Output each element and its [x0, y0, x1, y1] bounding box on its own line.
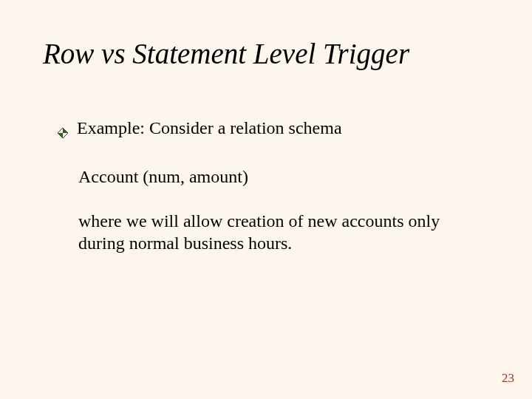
- slide-title: Row vs Statement Level Trigger: [43, 38, 409, 70]
- slide: Row vs Statement Level Trigger Example: …: [0, 0, 532, 399]
- spacer: [58, 143, 471, 166]
- svg-marker-1: [63, 128, 68, 133]
- spacer: [58, 188, 471, 210]
- slide-body: Example: Consider a relation schema Acco…: [58, 117, 471, 254]
- bullet-text-line3: where we will allow creation of new acco…: [78, 210, 471, 254]
- svg-marker-2: [58, 133, 63, 138]
- bullet-text-line1: Example: Consider a relation schema: [77, 117, 342, 139]
- diamond-bullet-icon: [58, 121, 68, 143]
- bullet-item: Example: Consider a relation schema: [58, 117, 471, 143]
- page-number: 23: [502, 371, 514, 386]
- bullet-text-line2: Account (num, amount): [78, 166, 471, 188]
